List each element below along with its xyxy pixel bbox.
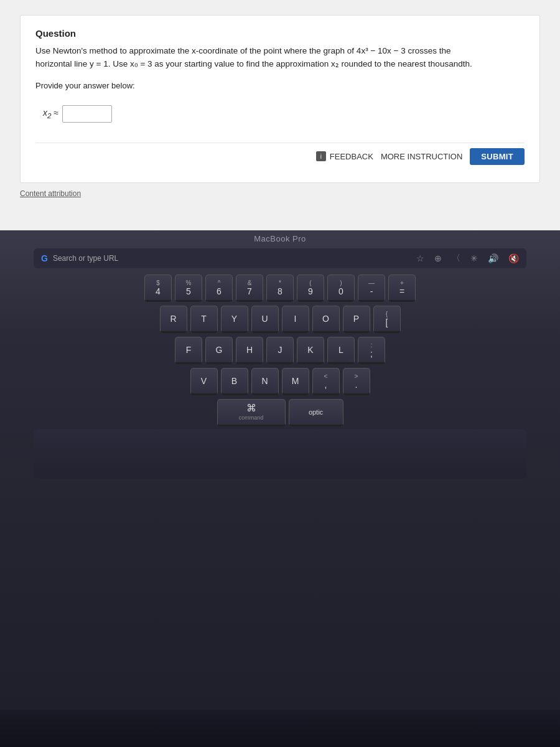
key-5-main: 5	[186, 287, 191, 296]
key-0[interactable]: ) 0	[327, 275, 355, 302]
key-y-main: Y	[231, 314, 237, 323]
settings-icon[interactable]: ✳	[470, 253, 478, 263]
key-comma[interactable]: < ,	[312, 368, 340, 395]
key-command[interactable]: ⌘ command	[217, 399, 286, 426]
address-bar-icons: ☆ ⊕ 〈 ✳ 🔊 🔇	[416, 253, 519, 264]
key-j[interactable]: J	[266, 337, 294, 364]
key-n-main: N	[261, 377, 268, 385]
key-row-numbers: $ 4 % 5 ^ 6 & 7 * 8 ( 9	[25, 275, 535, 302]
key-j-main: J	[278, 345, 282, 354]
key-r-main: R	[170, 314, 176, 323]
key-m[interactable]: M	[282, 368, 309, 395]
answer-variable-label: x2 ≈	[43, 108, 58, 120]
volume-icon[interactable]: 🔊	[488, 253, 498, 263]
key-row-modifiers: ⌘ command optic	[25, 399, 535, 426]
more-instruction-label: MORE INSTRUCTION	[381, 152, 462, 161]
feedback-label: FEEDBACK	[330, 152, 373, 161]
key-equals[interactable]: + =	[388, 275, 416, 302]
key-bracket[interactable]: { [	[373, 306, 401, 333]
key-6-top: ^	[218, 280, 221, 286]
key-4-main: 4	[156, 287, 161, 296]
key-minus[interactable]: — -	[358, 275, 385, 302]
trackpad	[34, 429, 526, 479]
button-row: i FEEDBACK MORE INSTRUCTION SUBMIT	[35, 143, 525, 167]
key-9[interactable]: ( 9	[297, 275, 324, 302]
mute-icon[interactable]: 🔇	[508, 253, 519, 263]
key-row-fghjkl: F G H J K L : ;	[25, 337, 535, 364]
key-period-top: >	[355, 374, 358, 380]
chevron-left-icon[interactable]: 〈	[452, 253, 460, 264]
question-title: Question	[35, 28, 525, 39]
key-comma-top: <	[324, 374, 328, 380]
key-u[interactable]: U	[251, 306, 279, 333]
key-n[interactable]: N	[251, 368, 279, 395]
answer-input[interactable]	[62, 105, 112, 123]
key-b-main: B	[231, 377, 237, 385]
key-f-main: F	[186, 345, 192, 354]
provide-label: Provide your answer below:	[35, 81, 525, 90]
key-8[interactable]: * 8	[266, 275, 294, 302]
key-5[interactable]: % 5	[175, 275, 202, 302]
key-h[interactable]: H	[236, 337, 263, 364]
plus-icon[interactable]: ⊕	[434, 253, 442, 263]
key-v-main: V	[201, 377, 207, 385]
content-attribution[interactable]: Content attribution	[20, 189, 540, 198]
key-o[interactable]: O	[312, 306, 340, 333]
feedback-button[interactable]: i FEEDBACK	[316, 151, 373, 161]
question-text-line1: Use Newton's method to approximate the x…	[35, 46, 450, 55]
macbook-label: MacBook Pro	[254, 234, 306, 243]
question-body: Use Newton's method to approximate the x…	[35, 45, 525, 71]
key-row-vbnm: V B N M < , > .	[25, 368, 535, 395]
key-t-main: T	[201, 314, 207, 323]
key-command-icon: ⌘	[246, 403, 256, 413]
submit-label: SUBMIT	[481, 152, 513, 161]
question-text-line2: horizontal line y = 1. Use x₀ = 3 as you…	[35, 59, 472, 68]
key-minus-main: -	[370, 287, 373, 296]
key-period[interactable]: > .	[343, 368, 370, 395]
key-semicolon[interactable]: : ;	[358, 337, 385, 364]
star-icon[interactable]: ☆	[416, 253, 424, 263]
key-9-main: 9	[308, 287, 313, 296]
key-k-main: K	[307, 345, 313, 354]
key-equals-main: =	[399, 287, 404, 296]
key-period-main: .	[355, 380, 358, 389]
key-5-top: %	[186, 280, 192, 286]
key-r[interactable]: R	[160, 306, 187, 333]
key-option-label: optic	[309, 409, 323, 416]
key-b[interactable]: B	[221, 368, 248, 395]
address-text: Search or type URL	[53, 254, 411, 263]
key-l[interactable]: L	[327, 337, 355, 364]
key-8-top: *	[279, 280, 281, 286]
address-bar[interactable]: G Search or type URL ☆ ⊕ 〈 ✳ 🔊 🔇	[34, 248, 526, 268]
key-6-main: 6	[217, 287, 222, 296]
key-0-top: )	[340, 280, 342, 286]
key-equals-top: +	[400, 280, 404, 286]
key-p[interactable]: P	[343, 306, 370, 333]
key-f[interactable]: F	[175, 337, 202, 364]
key-semicolon-top: :	[371, 342, 373, 349]
key-8-main: 8	[278, 287, 282, 296]
key-t[interactable]: T	[190, 306, 218, 333]
key-m-main: M	[292, 377, 299, 385]
key-minus-top: —	[368, 280, 375, 286]
key-bracket-top: {	[386, 311, 388, 317]
feedback-icon: i	[316, 151, 326, 161]
key-y[interactable]: Y	[221, 306, 248, 333]
key-0-main: 0	[338, 287, 343, 296]
key-7[interactable]: & 7	[236, 275, 263, 302]
key-l-main: L	[338, 345, 343, 354]
submit-button[interactable]: SUBMIT	[470, 148, 525, 165]
more-instruction-button[interactable]: MORE INSTRUCTION	[381, 152, 462, 161]
macbook-area: MacBook Pro G Search or type URL ☆ ⊕ 〈 ✳…	[0, 230, 560, 747]
key-4-top: $	[156, 280, 160, 286]
key-i[interactable]: I	[282, 306, 309, 333]
google-icon: G	[41, 253, 48, 263]
key-v[interactable]: V	[190, 368, 218, 395]
key-option[interactable]: optic	[289, 399, 343, 426]
answer-area: x2 ≈	[35, 100, 525, 128]
key-i-main: I	[294, 314, 297, 323]
key-6[interactable]: ^ 6	[205, 275, 233, 302]
key-g[interactable]: G	[205, 337, 233, 364]
key-4[interactable]: $ 4	[144, 275, 172, 302]
key-k[interactable]: K	[297, 337, 324, 364]
